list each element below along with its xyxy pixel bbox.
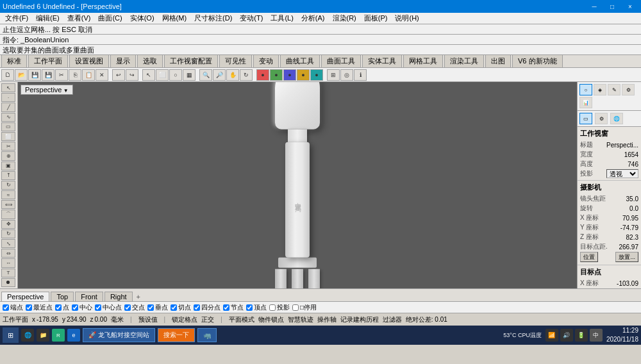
taskbar-app-search[interactable]: 搜索一下 [158,328,195,342]
menu-help[interactable]: 说明(H) [391,13,422,24]
tab-setview[interactable]: 设置视图 [69,55,109,67]
snap-center[interactable]: 中心 [72,303,92,312]
lt-record[interactable]: ⏺ [1,278,15,287]
snap-project[interactable]: 投影 [269,303,290,312]
menu-tools[interactable]: 工具(L) [267,13,297,24]
tab-viewport[interactable]: 工作视窗配置 [164,55,218,67]
lt-revolve[interactable]: ↻ [1,181,15,190]
tray-lang[interactable]: 中 [590,329,603,342]
taskbar-app-rhino[interactable]: 🦏 [197,328,217,342]
btn-cam-place2[interactable]: 放置... [615,252,638,262]
lt-offset[interactable]: ⟺ [1,200,15,209]
menu-transform[interactable]: 变动(T) [236,13,267,24]
btn-cam-place[interactable]: 位置 [580,252,598,262]
tab-render-tools[interactable]: 渲染工具 [444,55,484,67]
menu-mesh[interactable]: 网格(M) [158,13,191,24]
viewport-label[interactable]: Perspective [21,85,73,95]
tb-info[interactable]: ℹ [354,69,367,81]
tb-copy[interactable]: ⎘ [69,69,81,81]
tb-snap[interactable]: ◎ [340,69,353,81]
snap-nearest[interactable]: 最近点 [26,303,53,312]
tab-surface-tools[interactable]: 曲面工具 [321,55,361,67]
menu-render[interactable]: 渲染(R) [329,13,360,24]
taskbar-icon-2[interactable]: 📁 [37,329,49,342]
lt-extrude[interactable]: ⤒ [1,171,15,180]
tab-transform[interactable]: 变动 [253,55,279,67]
tb-paste[interactable]: 📋 [82,69,95,81]
btab-front[interactable]: Front [75,292,103,301]
lt-line[interactable]: ╱ [1,103,15,112]
lt-solid[interactable]: ⬜ [1,132,15,141]
tb-redo[interactable]: ↪ [126,69,138,81]
tb-color2[interactable]: ● [283,69,296,81]
tb-color1[interactable]: ● [270,69,283,81]
btab-top[interactable]: Top [51,292,74,301]
tb-pan[interactable]: ✋ [226,69,239,81]
lt-scale[interactable]: ⤡ [1,239,15,248]
tb-open[interactable]: 📂 [15,69,28,81]
lt-move[interactable]: ✥ [1,220,15,229]
snap-vertex[interactable]: 顶点 [246,303,267,312]
minimize-button[interactable]: ─ [586,1,603,12]
tb-cut[interactable]: ✂ [55,69,68,81]
lt-select-arrow[interactable]: ↖ [1,83,15,92]
rp-icon-5[interactable]: 📊 [579,97,592,108]
lt-rotate[interactable]: ↻ [1,229,15,238]
menu-edit[interactable]: 编辑(E) [32,13,63,24]
tb-lasso[interactable]: ○ [169,69,182,81]
tb-color3[interactable]: ● [297,69,310,81]
snap-point[interactable]: 点 [55,303,69,312]
tb-all[interactable]: ▦ [183,69,196,81]
taskbar-icon-1[interactable]: 🌐 [21,329,34,342]
snap-midpoint[interactable]: 中心点 [95,303,122,312]
tab-visibility[interactable]: 可见性 [219,55,252,67]
tb-color4[interactable]: ● [310,69,323,81]
tab-select[interactable]: 选取 [137,55,163,67]
tab-display[interactable]: 显示 [110,55,136,67]
lt-fillet[interactable]: ⌒ [1,210,15,219]
tb-save2[interactable]: 💾 [42,69,54,81]
snap-quadrant[interactable]: 四分点 [194,303,221,312]
rp-icon-2[interactable]: ◈ [594,84,606,95]
tab-v6[interactable]: V6 的新功能 [512,55,563,67]
tb-grid[interactable]: ⊞ [327,69,340,81]
lt-surface[interactable]: ▭ [1,122,15,131]
tray-battery[interactable]: 🔋 [575,329,588,342]
btab-perspective[interactable]: Perspective [1,292,49,301]
snap-perpendicular[interactable]: 垂点 [147,303,168,312]
tb-zoom[interactable]: 🔍 [199,69,212,81]
tab-solid-tools[interactable]: 实体工具 [362,55,402,67]
lt-blend[interactable]: ≈ [1,190,15,199]
tb-window[interactable]: ⬜ [156,69,169,81]
snap-knot[interactable]: 节点 [223,303,244,312]
tab-standard[interactable]: 标准 [1,55,27,67]
tb-zoom2[interactable]: 🔎 [213,69,226,81]
menu-file[interactable]: 文件(F) [1,13,32,24]
lt-curve[interactable]: ∿ [1,113,15,122]
taskbar-time-block[interactable]: 11:29 2020/11/18 [606,326,638,344]
tab-workplane[interactable]: 工作平面 [28,55,68,67]
close-button[interactable]: × [622,1,638,12]
menu-solid[interactable]: 实体(O) [126,13,158,24]
snap-endpoint[interactable]: 端点 [3,303,23,312]
tb-rotate[interactable]: ↻ [240,69,253,81]
lt-join[interactable]: ⊕ [1,151,15,160]
menu-analyze[interactable]: 分析(A) [297,13,329,24]
tb-new[interactable]: 🗋 [1,69,14,81]
taskbar-icon-browser[interactable]: e [67,329,80,342]
select-proj[interactable]: 透视 平行 [606,169,638,178]
btab-right[interactable]: Right [104,292,133,301]
rp-icon-8[interactable]: 🌐 [610,113,623,124]
maximize-button[interactable]: □ [604,1,620,12]
snap-intersection[interactable]: 交点 [124,303,145,312]
rp-icon-4[interactable]: ⚙ [622,84,635,95]
taskbar-icon-3[interactable]: R [52,329,65,342]
tray-volume[interactable]: 🔊 [560,329,573,342]
snap-disable[interactable]: □停用 [292,303,317,312]
tb-delete[interactable]: ✕ [96,69,108,81]
snap-tangent[interactable]: 切点 [171,303,191,312]
menu-view[interactable]: 查看(V) [63,13,95,24]
lt-text[interactable]: T [1,269,15,277]
menu-panels[interactable]: 面板(P) [360,13,392,24]
menu-dimension[interactable]: 尺寸标注(D) [190,13,236,24]
